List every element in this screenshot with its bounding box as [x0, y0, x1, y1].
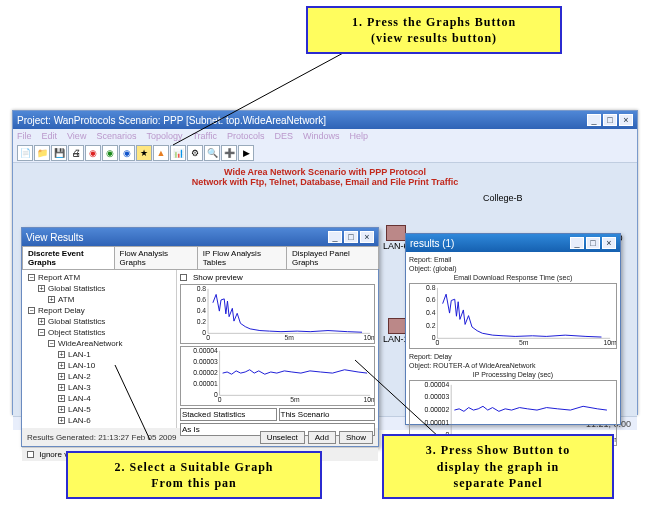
svg-text:0.2: 0.2	[426, 322, 436, 329]
tree-item[interactable]: Global Statistics	[24, 316, 174, 327]
tree-item[interactable]: Report Delay	[24, 305, 174, 316]
menu-windows[interactable]: Windows	[303, 131, 340, 141]
expand-icon[interactable]	[48, 340, 55, 347]
tool-icon[interactable]: 💾	[51, 145, 67, 161]
minimize-button[interactable]: _	[587, 114, 601, 126]
svg-text:10m: 10m	[364, 334, 374, 341]
popup-minimize-button[interactable]: _	[570, 237, 584, 249]
graphs-button[interactable]: 📊	[170, 145, 186, 161]
expand-icon[interactable]	[38, 329, 45, 336]
select-stacked[interactable]: Stacked Statistics	[180, 408, 277, 421]
tool-icon[interactable]: 🖨	[68, 145, 84, 161]
tree-item[interactable]: LAN-5	[24, 404, 174, 415]
svg-text:0.6: 0.6	[426, 296, 436, 303]
tree-item[interactable]: WideAreaNetwork	[24, 338, 174, 349]
tree-item-label: LAN-2	[68, 372, 91, 381]
node-college-b[interactable]: College-B	[483, 193, 523, 203]
tool-icon[interactable]: ◉	[119, 145, 135, 161]
window-buttons: _ □ ×	[587, 114, 633, 126]
callout-3-line1: 3. Press Show Button to	[394, 442, 602, 458]
show-button[interactable]: Show	[339, 431, 373, 444]
menu-traffic[interactable]: Traffic	[192, 131, 217, 141]
menubar[interactable]: File Edit View Scenarios Topology Traffi…	[13, 129, 637, 143]
tool-icon[interactable]: ◉	[102, 145, 118, 161]
popup-maximize-button[interactable]: □	[586, 237, 600, 249]
tree-item[interactable]: Object Statistics	[24, 327, 174, 338]
expand-icon[interactable]	[38, 285, 45, 292]
tree-item[interactable]: LAN-2	[24, 371, 174, 382]
menu-protocols[interactable]: Protocols	[227, 131, 265, 141]
tab-ip-flow-tables[interactable]: IP Flow Analysis Tables	[197, 246, 287, 269]
show-preview-checkbox[interactable]	[180, 274, 187, 281]
tree-item[interactable]: LAN-10	[24, 360, 174, 371]
tree-item-label: LAN-4	[68, 394, 91, 403]
expand-icon[interactable]	[58, 395, 65, 402]
menu-file[interactable]: File	[17, 131, 32, 141]
tree-item[interactable]: ATM	[24, 294, 174, 305]
menu-topology[interactable]: Topology	[146, 131, 182, 141]
tool-icon[interactable]: ➕	[221, 145, 237, 161]
tree-item[interactable]: LAN-6	[24, 415, 174, 426]
popup-metric-label: IP Processing Delay (sec)	[409, 370, 617, 379]
expand-icon[interactable]	[58, 417, 65, 424]
menu-view[interactable]: View	[67, 131, 86, 141]
expand-icon[interactable]	[58, 351, 65, 358]
expand-icon[interactable]	[58, 373, 65, 380]
results-tree[interactable]: Report ATMGlobal StatisticsATMReport Del…	[22, 270, 177, 428]
menu-des[interactable]: DES	[275, 131, 294, 141]
expand-icon[interactable]	[38, 318, 45, 325]
tree-item[interactable]: Report ATM	[24, 272, 174, 283]
vr-minimize-button[interactable]: _	[328, 231, 342, 243]
vr-tabs: Discrete Event Graphs Flow Analysis Grap…	[22, 246, 378, 270]
callout-3: 3. Press Show Button to display the grap…	[382, 434, 614, 499]
expand-icon[interactable]	[28, 307, 35, 314]
add-button[interactable]: Add	[308, 431, 336, 444]
maximize-button[interactable]: □	[603, 114, 617, 126]
expand-icon[interactable]	[58, 362, 65, 369]
tool-icon[interactable]: ◉	[85, 145, 101, 161]
tab-discrete-event[interactable]: Discrete Event Graphs	[22, 246, 115, 269]
svg-text:0.8: 0.8	[426, 284, 436, 291]
popup-close-button[interactable]: ×	[602, 237, 616, 249]
tree-item-label: LAN-7	[68, 427, 91, 428]
tree-item[interactable]: LAN-1	[24, 349, 174, 360]
tool-icon[interactable]: ★	[136, 145, 152, 161]
svg-text:0.4: 0.4	[197, 307, 207, 314]
app-window: Project: WanProtocols Scenario: PPP [Sub…	[12, 110, 638, 415]
menu-scenarios[interactable]: Scenarios	[96, 131, 136, 141]
expand-icon[interactable]	[58, 406, 65, 413]
tool-icon[interactable]: 📁	[34, 145, 50, 161]
vr-maximize-button[interactable]: □	[344, 231, 358, 243]
tab-displayed-panel[interactable]: Displayed Panel Graphs	[286, 246, 379, 269]
unselect-button[interactable]: Unselect	[260, 431, 305, 444]
select-scenario[interactable]: This Scenario	[279, 408, 376, 421]
svg-text:10m: 10m	[603, 339, 616, 346]
tab-flow-analysis[interactable]: Flow Analysis Graphs	[114, 246, 198, 269]
tool-icon[interactable]: 🔍	[204, 145, 220, 161]
menu-help[interactable]: Help	[350, 131, 369, 141]
ignore-views-checkbox[interactable]	[27, 451, 34, 458]
expand-icon[interactable]	[28, 274, 35, 281]
menu-edit[interactable]: Edit	[42, 131, 58, 141]
expand-icon[interactable]	[58, 384, 65, 391]
callout-2-line1: 2. Select a Suitable Graph	[78, 459, 310, 475]
tool-icon[interactable]: ▶	[238, 145, 254, 161]
callout-2-line2: From this pan	[78, 475, 310, 491]
popup-titlebar[interactable]: results (1) _ □ ×	[406, 234, 620, 252]
tree-item[interactable]: LAN-3	[24, 382, 174, 393]
tool-icon[interactable]: ▲	[153, 145, 169, 161]
svg-text:0.8: 0.8	[197, 285, 207, 292]
vr-titlebar[interactable]: View Results _ □ ×	[22, 228, 378, 246]
popup-chart2-header: Report: Delay Object: ROUTER-A of WideAr…	[409, 352, 617, 379]
network-canvas[interactable]: Wide Area Network Scenario with PPP Prot…	[13, 163, 637, 416]
tree-item[interactable]: LAN-7	[24, 426, 174, 428]
tree-item-label: LAN-10	[68, 361, 95, 370]
expand-icon[interactable]	[48, 296, 55, 303]
close-button[interactable]: ×	[619, 114, 633, 126]
tool-icon[interactable]: ⚙	[187, 145, 203, 161]
tree-item[interactable]: LAN-4	[24, 393, 174, 404]
tree-item[interactable]: Global Statistics	[24, 283, 174, 294]
vr-close-button[interactable]: ×	[360, 231, 374, 243]
app-titlebar[interactable]: Project: WanProtocols Scenario: PPP [Sub…	[13, 111, 637, 129]
tool-icon[interactable]: 📄	[17, 145, 33, 161]
